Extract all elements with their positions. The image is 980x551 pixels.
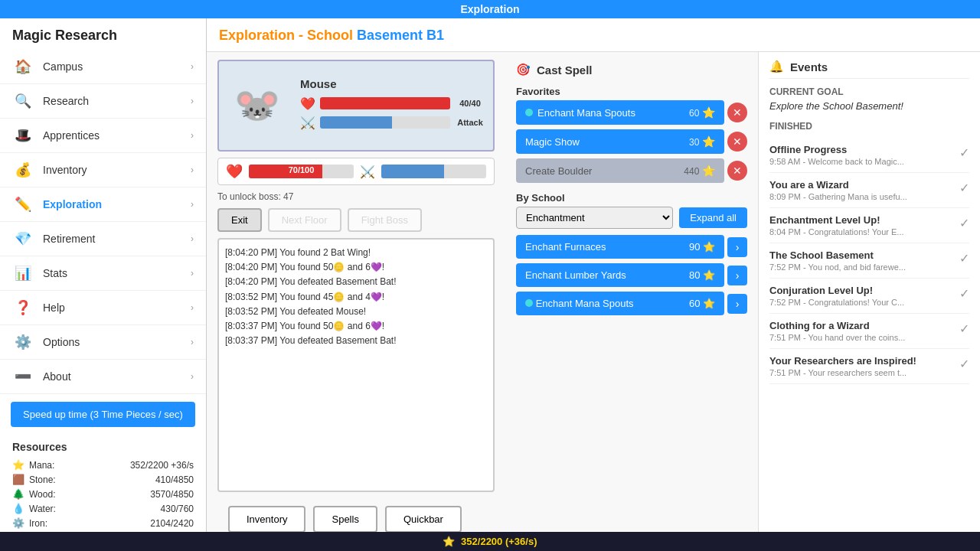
school-spell-button-enchant-mana-spouts2[interactable]: Enchant Mana Spouts 60 ⭐: [516, 292, 724, 315]
fight-boss-button[interactable]: Fight Boss: [348, 208, 422, 232]
inventory-button[interactable]: Inventory: [228, 506, 305, 533]
school-spell-cost: 80: [689, 269, 700, 281]
resource-icon: ⚙️: [12, 517, 26, 529]
resource-name: Water:: [29, 504, 71, 514]
school-spell-cost-star: 60 ⭐: [689, 298, 715, 309]
player-heart-icon: ❤️: [226, 163, 243, 180]
event-item[interactable]: Enchantment Level Up! 8:04 PM - Congratu…: [769, 208, 969, 243]
unlock-boss-text: To unlock boss: 47: [217, 191, 293, 202]
event-time: 7:52 PM - Congratulations! Your C...: [769, 298, 953, 307]
cast-spell-button[interactable]: 🎯 Cast Spell: [516, 60, 747, 80]
favorite-button-magic-show[interactable]: Magic Show 30 ⭐: [516, 129, 724, 154]
event-item[interactable]: Clothing for a Wizard 7:51 PM - You hand…: [769, 314, 969, 349]
favorite-button-create-boulder[interactable]: Create Boulder 440 ⭐: [516, 158, 724, 183]
school-select[interactable]: EnchantmentConjurationAlterationDestruct…: [516, 207, 673, 229]
exit-button[interactable]: Exit: [217, 208, 262, 232]
player-mana-icon: ⚔️: [360, 165, 375, 179]
school-spell-left: Enchant Mana Spouts: [525, 298, 634, 309]
sidebar-item-apprentices[interactable]: 🎩 Apprentices ›: [0, 119, 206, 153]
school-spell-expand-enchant-mana-spouts2[interactable]: ›: [727, 294, 747, 314]
bottom-star-icon: ⭐: [443, 536, 455, 547]
bell-icon: 🔔: [769, 60, 784, 73]
sidebar-item-stats[interactable]: 📊 Stats ›: [0, 256, 206, 291]
favorite-button-enchant-mana-spouts[interactable]: Enchant Mana Spouts 60 ⭐: [516, 100, 724, 125]
spells-button[interactable]: Spells: [313, 506, 377, 533]
school-spell-label: Enchant Lumber Yards: [525, 269, 626, 281]
sidebar-item-research[interactable]: 🔍 Research ›: [0, 84, 206, 119]
favorite-item-create-boulder: Create Boulder 440 ⭐ ✕: [516, 158, 747, 183]
top-bar-label: Exploration: [460, 3, 519, 15]
sidebar: Magic Research 🏠 Campus › 🔍 Research › 🎩…: [0, 18, 207, 548]
resource-value: 410/4850: [71, 474, 194, 485]
finished-title: Finished: [769, 121, 969, 132]
resource-value: 352/2200 +36/s: [71, 460, 194, 471]
event-title: Conjuration Level Up!: [769, 285, 953, 296]
sidebar-label-exploration: Exploration: [43, 198, 191, 210]
sidebar-chevron-campus: ›: [191, 61, 194, 72]
school-spell-dot: [525, 299, 533, 307]
main-title-prefix: Exploration - School: [219, 28, 357, 43]
school-spells-list: Enchant Furnaces 90 ⭐ › Enchant Lumber Y…: [516, 235, 747, 315]
sidebar-item-exploration[interactable]: ✏️ Exploration ›: [0, 187, 206, 222]
sidebar-item-inventory[interactable]: 💰 Inventory ›: [0, 153, 206, 187]
sidebar-chevron-options: ›: [191, 337, 194, 347]
sidebar-label-options: Options: [43, 336, 191, 348]
event-title: Enchantment Level Up!: [769, 214, 953, 226]
school-spell-expand-enchant-lumber-yards[interactable]: ›: [727, 266, 747, 285]
sidebar-item-help[interactable]: ❓ Help ›: [0, 291, 206, 325]
inventory-icon: 💰: [12, 159, 34, 181]
event-item[interactable]: Your Researchers are Inspired! 7:51 PM -…: [769, 349, 969, 384]
monster-hp-row: ❤️ 40/40: [300, 96, 485, 111]
sidebar-label-inventory: Inventory: [43, 164, 191, 176]
fav-close-button-create-boulder[interactable]: ✕: [727, 161, 747, 181]
school-spell-item-enchant-furnaces: Enchant Furnaces 90 ⭐ ›: [516, 235, 747, 259]
event-title: Clothing for a Wizard: [769, 320, 953, 331]
sidebar-chevron-retirement: ›: [191, 233, 194, 244]
help-icon: ❓: [12, 297, 34, 318]
monster-name: Mouse: [300, 77, 485, 90]
main-body: 🐭 Mouse ❤️ 40/40 ⚔️: [207, 52, 980, 548]
quickbar-button[interactable]: Quickbar: [385, 506, 462, 533]
fav-cost: 440: [684, 166, 699, 177]
resource-value: 430/760: [71, 504, 194, 514]
combat-info: To unlock boss: 47: [217, 191, 495, 202]
school-spell-star-icon: ⭐: [703, 298, 715, 309]
sidebar-item-retirement[interactable]: 💎 Retirement ›: [0, 222, 206, 256]
fav-label: Create Boulder: [525, 165, 592, 177]
sidebar-item-about[interactable]: ➖ About ›: [0, 360, 206, 394]
sidebar-label-help: Help: [43, 302, 191, 314]
event-item[interactable]: Conjuration Level Up! 7:52 PM - Congratu…: [769, 279, 969, 314]
resource-row: 🌲 Wood: 3570/4850: [12, 487, 194, 501]
favorite-item-enchant-mana-spouts: Enchant Mana Spouts 60 ⭐ ✕: [516, 100, 747, 125]
speed-up-button[interactable]: Speed up time (3 Time Pieces / sec): [11, 402, 195, 427]
sidebar-item-options[interactable]: ⚙️ Options ›: [0, 325, 206, 360]
school-spell-button-enchant-lumber-yards[interactable]: Enchant Lumber Yards 80 ⭐: [516, 263, 724, 287]
expand-all-button[interactable]: Expand all: [679, 207, 747, 228]
next-floor-button[interactable]: Next Floor: [268, 208, 341, 232]
fav-close-button-magic-show[interactable]: ✕: [727, 132, 747, 152]
school-spell-expand-enchant-furnaces[interactable]: ›: [727, 237, 747, 257]
campus-icon: 🏠: [12, 56, 34, 77]
event-item[interactable]: You are a Wizard 8:09 PM - Gathering Man…: [769, 173, 969, 208]
bottom-status-bar: ⭐ 352/2200 (+36/s): [0, 532, 980, 551]
event-content: Conjuration Level Up! 7:52 PM - Congratu…: [769, 285, 953, 307]
event-item[interactable]: The School Basement 7:52 PM - You nod, a…: [769, 243, 969, 279]
sidebar-chevron-exploration: ›: [191, 199, 194, 210]
combat-log-entry: [8:03:52 PM] You found 45🪙 and 4💜!: [225, 290, 487, 305]
event-title: The School Basement: [769, 249, 953, 261]
sidebar-item-campus[interactable]: 🏠 Campus ›: [0, 50, 206, 84]
spells-panel: 🎯 Cast Spell Favorites Enchant Mana Spou…: [505, 52, 758, 548]
resource-name: Stone:: [29, 474, 71, 485]
monster-atk-fill: [320, 116, 392, 129]
event-time: 9:58 AM - Welcome back to Magic...: [769, 157, 953, 166]
school-spell-button-enchant-furnaces[interactable]: Enchant Furnaces 90 ⭐: [516, 235, 724, 259]
sword-icon: ⚔️: [300, 116, 315, 130]
resource-row: ⚙️ Iron: 2104/2420: [12, 516, 194, 530]
event-check-icon: ✓: [959, 286, 969, 301]
fav-close-button-enchant-mana-spouts[interactable]: ✕: [727, 103, 747, 122]
event-time: 8:09 PM - Gathering Mana is usefu...: [769, 192, 953, 201]
main-title-highlight: Basement B1: [357, 28, 444, 43]
fav-cost-star: 440 ⭐: [684, 165, 715, 177]
fav-cost: 30: [689, 137, 699, 148]
event-item[interactable]: Offline Progress 9:58 AM - Welcome back …: [769, 138, 969, 173]
